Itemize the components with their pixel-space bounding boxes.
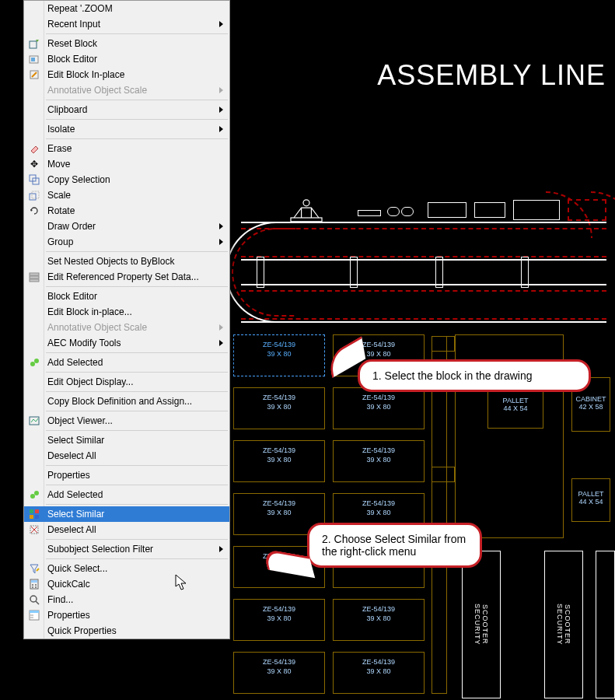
shape (428, 202, 466, 218)
block-size: 39 X 80 (234, 349, 324, 359)
svg-point-25 (32, 584, 33, 586)
shape (474, 202, 505, 218)
svg-rect-15 (30, 417, 39, 425)
rotate-icon (28, 205, 40, 217)
menu-annot-scale-2: Annotative Object Scale (24, 320, 229, 335)
menu-object-viewer[interactable]: Object Viewer... (24, 413, 229, 429)
block[interactable]: ZE-54/13939 X 80 (233, 599, 325, 641)
svg-point-27 (32, 586, 33, 588)
svg-rect-24 (31, 580, 37, 583)
roller (257, 257, 264, 288)
svg-point-29 (30, 596, 37, 602)
roller (350, 257, 358, 288)
menu-scale[interactable]: Scale (24, 187, 229, 203)
conveyor-bottom (241, 284, 606, 323)
svg-rect-2 (30, 41, 37, 48)
svg-point-14 (34, 359, 39, 363)
svg-rect-20 (30, 515, 33, 519)
submenu-arrow-icon (219, 21, 223, 27)
deselect-all-icon (28, 523, 40, 536)
menu-move[interactable]: ✥Move (24, 156, 229, 172)
submenu-arrow-icon (219, 546, 223, 552)
menu-edit-block-inplace[interactable]: Edit Block In-place (24, 67, 229, 82)
svg-rect-8 (30, 194, 36, 200)
scooter-bay (596, 551, 615, 698)
pallet: PALLET 44 X 54 (571, 478, 610, 522)
block[interactable]: ZE-54/13939 X 80 (333, 599, 425, 641)
svg-point-17 (34, 491, 39, 495)
menu-draw-order[interactable]: Draw Order (24, 219, 229, 234)
svg-rect-33 (30, 617, 33, 618)
menu-deselect-all[interactable]: Deselect All (24, 448, 229, 464)
menu-add-selected-2[interactable]: Add Selected (24, 487, 229, 502)
menu-properties[interactable]: Properties (24, 467, 229, 483)
menu-select-similar-highlighted[interactable]: Select Similar (24, 506, 229, 522)
block[interactable]: ZE-54/13939 X 80 (233, 652, 325, 694)
scooter-bay: SCOOTER SECURITY (462, 551, 501, 698)
menu-quick-properties[interactable]: Quick Properties (24, 623, 229, 639)
submenu-arrow-icon (219, 107, 223, 113)
block[interactable]: ZE-54/13939 X 80 (333, 387, 425, 429)
quickcalc-icon (28, 578, 40, 590)
svg-rect-21 (35, 515, 39, 519)
reset-block-icon (28, 37, 40, 50)
svg-rect-32 (30, 614, 33, 616)
menu-select-similar[interactable]: Select Similar (24, 432, 229, 448)
menu-annot-scale: Annotative Object Scale (24, 82, 229, 98)
menu-edit-ref-property[interactable]: Edit Referenced Property Set Data... (24, 269, 229, 285)
menu-block-editor-2[interactable]: Block Editor (24, 289, 229, 304)
menu-repeat[interactable]: Repeat '.ZOOM (24, 1, 229, 16)
menu-quickcalc[interactable]: QuickCalc (24, 576, 229, 592)
svg-rect-11 (30, 276, 39, 278)
menu-isolate[interactable]: Isolate (24, 121, 229, 137)
menu-copy-block-def[interactable]: Copy Block Definition and Assign... (24, 394, 229, 409)
block[interactable]: ZE-54/13939 X 80 (333, 440, 425, 482)
svg-point-0 (303, 200, 309, 206)
find-icon (28, 593, 40, 606)
selected-block[interactable]: ZE-54/139 39 X 80 (233, 334, 325, 376)
person-icon (288, 198, 325, 225)
frame-cap (432, 336, 455, 352)
submenu-arrow-icon (219, 239, 223, 245)
submenu-arrow-icon (219, 340, 223, 346)
block-editor-icon (28, 53, 40, 65)
svg-rect-10 (30, 273, 39, 275)
context-menu: Repeat '.ZOOM Recent Input Reset Block B… (23, 0, 230, 639)
menu-edit-block-inplace-2[interactable]: Edit Block in-place... (24, 304, 229, 320)
menu-properties-2[interactable]: Properties (24, 607, 229, 623)
menu-rotate[interactable]: Rotate (24, 203, 229, 219)
menu-reset-block[interactable]: Reset Block (24, 36, 229, 51)
properties-icon (28, 609, 40, 621)
menu-group[interactable]: Group (24, 234, 229, 250)
menu-copy-selection[interactable]: Copy Selection (24, 172, 229, 187)
menu-edit-object-display[interactable]: Edit Object Display... (24, 374, 229, 390)
menu-aec-modify[interactable]: AEC Modify Tools (24, 335, 229, 351)
scooter-bay: SCOOTER SECURITY (544, 551, 583, 698)
svg-point-16 (30, 494, 35, 499)
property-set-icon (28, 271, 40, 283)
drawing-title: ASSEMBLY LINE (377, 59, 606, 92)
block[interactable]: ZE-54/13939 X 80 (333, 652, 425, 694)
svg-point-26 (35, 584, 37, 586)
menu-add-selected[interactable]: Add Selected (24, 355, 229, 370)
menu-set-nested-byblock[interactable]: Set Nested Objects to ByBlock (24, 254, 229, 269)
submenu-arrow-icon (219, 87, 223, 93)
menu-deselect-all-2[interactable]: Deselect All (24, 522, 229, 537)
menu-erase[interactable]: Erase (24, 141, 229, 156)
submenu-arrow-icon (219, 223, 223, 229)
select-similar-icon (28, 508, 40, 520)
menu-recent-input[interactable]: Recent Input (24, 16, 229, 32)
menu-subobject-filter[interactable]: Subobject Selection Filter (24, 541, 229, 557)
menu-block-editor[interactable]: Block Editor (24, 51, 229, 67)
submenu-arrow-icon (219, 126, 223, 132)
block-code: ZE-54/139 (234, 340, 324, 349)
svg-rect-12 (30, 279, 39, 282)
menu-quick-select[interactable]: Quick Select... (24, 561, 229, 576)
menu-clipboard[interactable]: Clipboard (24, 102, 229, 117)
roller (435, 257, 443, 288)
block[interactable]: ZE-54/13939 X 80 (233, 387, 325, 429)
block[interactable]: ZE-54/13939 X 80 (233, 440, 325, 482)
object-viewer-icon (28, 415, 40, 427)
scale-icon (28, 189, 40, 201)
menu-find[interactable]: Find... (24, 592, 229, 607)
